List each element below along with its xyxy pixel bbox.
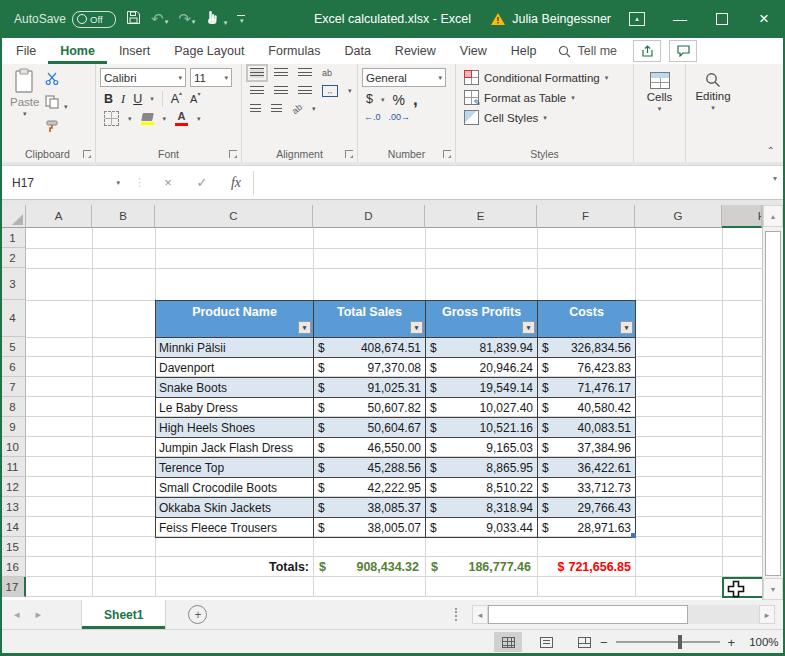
formula-bar-expand-icon[interactable]: ▾ bbox=[773, 174, 777, 183]
zoom-out-button[interactable]: − bbox=[600, 635, 608, 650]
underline-caret-icon[interactable]: ▾ bbox=[150, 95, 154, 103]
new-sheet-button[interactable]: + bbox=[188, 605, 207, 624]
filter-button[interactable]: ▾ bbox=[522, 321, 535, 334]
cell-styles-button[interactable]: Cell Styles ▾ bbox=[464, 110, 629, 125]
align-center-icon[interactable] bbox=[274, 86, 288, 96]
minimize-button[interactable]: — bbox=[659, 0, 701, 38]
conditional-formatting-button[interactable]: Conditional Formatting ▾ bbox=[464, 70, 629, 85]
italic-button[interactable]: I bbox=[121, 93, 125, 106]
cell-cost[interactable]: $76,423.83 bbox=[538, 358, 636, 378]
row-header-1[interactable]: 1 bbox=[0, 228, 26, 248]
cell-product[interactable]: Le Baby Dress bbox=[156, 398, 314, 418]
col-header-h-selected[interactable]: H bbox=[722, 205, 762, 228]
format-painter-button[interactable] bbox=[45, 119, 67, 137]
totals-label-cell[interactable]: Totals: bbox=[155, 557, 309, 577]
totals-sales-cell[interactable]: $908,434.32 bbox=[313, 557, 425, 577]
cell-product[interactable]: Davenport bbox=[156, 358, 314, 378]
tab-view[interactable]: View bbox=[448, 38, 499, 64]
cell-sales[interactable]: $50,607.82 bbox=[314, 398, 426, 418]
editing-button[interactable]: Editing ▾ bbox=[695, 72, 730, 145]
cell-product[interactable]: Jumpin Jack Flash Dress bbox=[156, 438, 314, 458]
increase-font-button[interactable]: A▾ bbox=[171, 93, 182, 106]
ribbon-display-options-button[interactable]: ▴ bbox=[629, 12, 645, 26]
col-header-c[interactable]: C bbox=[155, 205, 313, 228]
cell-product[interactable]: Terence Top bbox=[156, 458, 314, 478]
filter-button[interactable]: ▾ bbox=[620, 321, 633, 334]
align-middle-icon[interactable] bbox=[274, 68, 288, 78]
accounting-caret-icon[interactable]: ▾ bbox=[381, 96, 385, 104]
row-header-9[interactable]: 9 bbox=[0, 417, 26, 437]
underline-button[interactable]: U bbox=[133, 93, 142, 106]
cell-product[interactable]: Snake Boots bbox=[156, 378, 314, 398]
zoom-in-button[interactable]: + bbox=[728, 635, 736, 650]
col-header-g[interactable]: G bbox=[635, 205, 722, 228]
header-gross-profits[interactable]: Gross Profits▾ bbox=[426, 301, 538, 338]
row-header-13[interactable]: 13 bbox=[0, 497, 26, 517]
paste-button[interactable]: Paste ▾ bbox=[10, 68, 39, 145]
clipboard-dialog-launcher[interactable] bbox=[83, 150, 91, 158]
cells-button[interactable]: Cells ▾ bbox=[647, 72, 673, 145]
cell-profit[interactable]: $10,027.40 bbox=[426, 398, 538, 418]
fill-caret-icon[interactable]: ▾ bbox=[163, 115, 167, 123]
row-header-7[interactable]: 7 bbox=[0, 377, 26, 397]
horizontal-scrollbar[interactable]: ◂ ▸ bbox=[472, 605, 775, 624]
cut-button[interactable] bbox=[45, 71, 67, 89]
scroll-down-button[interactable]: ▾ bbox=[763, 578, 783, 600]
increase-indent-icon[interactable] bbox=[271, 104, 282, 114]
cell-profit[interactable]: $19,549.14 bbox=[426, 378, 538, 398]
merge-center-icon[interactable]: ↔ bbox=[322, 85, 338, 97]
borders-caret-icon[interactable]: ▾ bbox=[128, 115, 132, 123]
autosave-control[interactable]: AutoSave Off bbox=[14, 11, 116, 28]
cell-sales[interactable]: $91,025.31 bbox=[314, 378, 426, 398]
name-box[interactable]: H17 ▾ bbox=[0, 176, 128, 190]
cell-product[interactable]: High Heels Shoes bbox=[156, 418, 314, 438]
filter-button[interactable]: ▾ bbox=[298, 321, 311, 334]
cell-profit[interactable]: $8,510.22 bbox=[426, 478, 538, 498]
filter-button[interactable]: ▾ bbox=[410, 321, 423, 334]
tab-page-layout[interactable]: Page Layout bbox=[162, 38, 256, 64]
alignment-dialog-launcher[interactable] bbox=[345, 150, 353, 158]
close-button[interactable]: × bbox=[743, 0, 785, 38]
customize-toolbar-button[interactable]: ▾ bbox=[237, 15, 245, 24]
number-dialog-launcher[interactable] bbox=[443, 150, 451, 158]
cell-profit[interactable]: $10,521.16 bbox=[426, 418, 538, 438]
font-size-combo[interactable]: 11▾ bbox=[190, 68, 232, 87]
table-row[interactable]: Minnki Pälsii $408,674.51 $81,839.94 $32… bbox=[156, 338, 636, 358]
col-header-a[interactable]: A bbox=[26, 205, 92, 228]
cell-profit[interactable]: $9,165.03 bbox=[426, 438, 538, 458]
cell-profit[interactable]: $8,318.94 bbox=[426, 498, 538, 518]
account-area[interactable]: Julia Beingessner bbox=[490, 12, 611, 26]
fill-color-button[interactable] bbox=[141, 113, 154, 125]
row-header-4[interactable]: 4 bbox=[0, 300, 26, 337]
page-layout-view-button[interactable] bbox=[532, 632, 560, 652]
row-header-15[interactable]: 15 bbox=[0, 537, 26, 557]
align-bottom-icon[interactable] bbox=[298, 68, 312, 78]
touch-mouse-mode-button[interactable]: ▾ bbox=[205, 10, 227, 29]
tab-insert[interactable]: Insert bbox=[107, 38, 162, 64]
font-name-combo[interactable]: Calibri▾ bbox=[100, 68, 186, 87]
table-row[interactable]: Jumpin Jack Flash Dress $46,550.00 $9,16… bbox=[156, 438, 636, 458]
wrap-text-icon[interactable]: ab bbox=[322, 68, 332, 78]
table-row[interactable]: High Heels Shoes $50,604.67 $10,521.16 $… bbox=[156, 418, 636, 438]
cell-cost[interactable]: $28,971.63 bbox=[538, 518, 636, 538]
table-row[interactable]: Terence Top $45,288.56 $8,865.95 $36,422… bbox=[156, 458, 636, 478]
decrease-font-button[interactable]: A▾ bbox=[190, 94, 200, 105]
horizontal-scrollbar-thumb[interactable] bbox=[488, 605, 688, 624]
zoom-slider[interactable] bbox=[616, 641, 720, 643]
scroll-right-button[interactable]: ▸ bbox=[759, 605, 775, 624]
cell-cost[interactable]: $37,384.96 bbox=[538, 438, 636, 458]
enter-button[interactable]: ✓ bbox=[185, 175, 219, 190]
comma-style-button[interactable]: , bbox=[413, 91, 418, 108]
undo-button[interactable]: ↶▾ bbox=[151, 10, 168, 28]
tab-home[interactable]: Home bbox=[48, 38, 107, 64]
table-row[interactable]: Okkaba Skin Jackets $38,085.37 $8,318.94… bbox=[156, 498, 636, 518]
scroll-left-button[interactable]: ◂ bbox=[472, 605, 488, 624]
format-as-table-button[interactable]: ✎ Format as Table ▾ bbox=[464, 90, 629, 105]
sheet-nav-right-icon[interactable]: ▸ bbox=[36, 608, 42, 621]
font-color-caret-icon[interactable]: ▾ bbox=[197, 115, 201, 123]
copy-button[interactable]: ▾ bbox=[45, 95, 67, 113]
merge-caret-icon[interactable]: ▾ bbox=[348, 87, 352, 95]
maximize-button[interactable] bbox=[701, 0, 743, 38]
select-all-corner[interactable] bbox=[0, 205, 26, 228]
row-header-16[interactable]: 16 bbox=[0, 557, 26, 577]
